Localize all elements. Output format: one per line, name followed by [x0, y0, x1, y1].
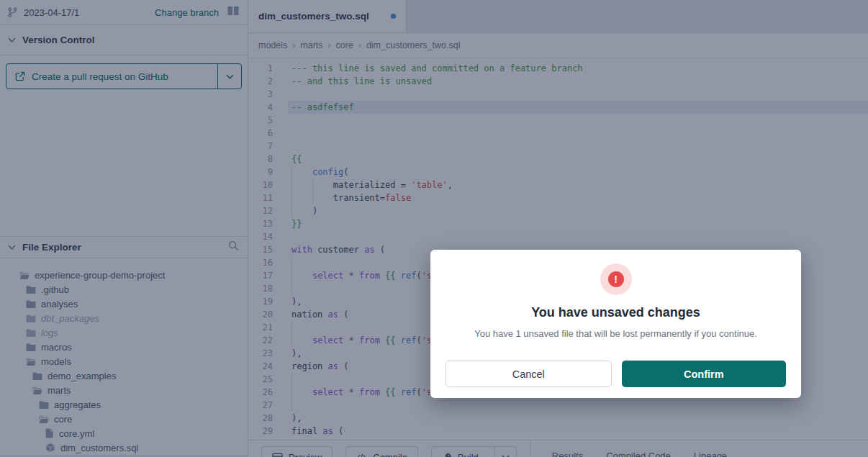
modal-body-text: You have 1 unsaved file that will be los… [430, 328, 801, 339]
confirm-button[interactable]: Confirm [622, 361, 787, 387]
modal-actions: Cancel Confirm [446, 361, 786, 387]
modal-title: You have unsaved changes [430, 305, 801, 320]
alert-icon-ring: ! [600, 263, 632, 295]
alert-exclamation-icon: ! [608, 271, 624, 287]
unsaved-changes-modal: ! You have unsaved changes You have 1 un… [430, 250, 801, 398]
cancel-button[interactable]: Cancel [446, 361, 612, 387]
